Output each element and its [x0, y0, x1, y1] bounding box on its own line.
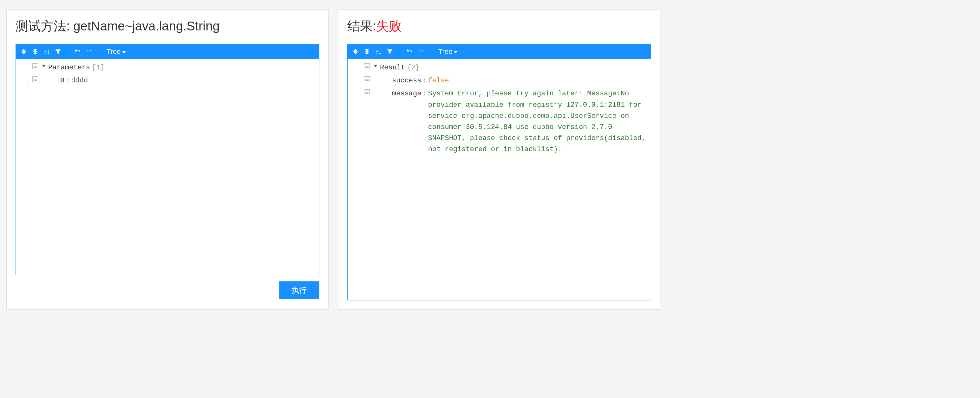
parameters-editor: Tree Parameters [1] ⋮⋮: [16, 44, 319, 275]
context-menu-icon[interactable]: [32, 63, 38, 69]
mode-label: Tree: [107, 48, 121, 56]
context-menu-icon[interactable]: [364, 76, 370, 82]
success-value: false: [428, 75, 449, 86]
mode-label: Tree: [438, 48, 452, 56]
tree-root-row[interactable]: Result {2}: [350, 61, 651, 74]
success-key: success: [392, 75, 421, 86]
context-menu-icon[interactable]: [32, 76, 38, 82]
empty-space: [670, 10, 974, 309]
chevron-down-icon: [454, 51, 457, 53]
context-menu-icon[interactable]: [364, 63, 370, 69]
undo-icon[interactable]: [72, 46, 83, 57]
root-count: [1]: [92, 62, 105, 73]
title-prefix: 测试方法:: [16, 19, 73, 33]
message-value: System Error, please try again later! Me…: [428, 88, 651, 155]
method-name: getName~java.lang.String: [73, 19, 220, 33]
execute-button[interactable]: 执行: [279, 281, 319, 299]
tree-item-row[interactable]: message : System Error, please try again…: [350, 87, 651, 156]
expand-all-icon[interactable]: [350, 46, 361, 57]
sort-icon[interactable]: [373, 46, 384, 57]
item-key[interactable]: 0: [60, 75, 64, 86]
sort-icon[interactable]: [41, 46, 52, 57]
mode-dropdown[interactable]: Tree: [103, 48, 129, 56]
item-value[interactable]: dddd: [71, 75, 88, 86]
result-title: 结果:失败: [347, 17, 651, 35]
filter-icon[interactable]: [52, 46, 64, 57]
collapse-toggle-icon[interactable]: [42, 65, 46, 67]
chevron-down-icon: [123, 51, 126, 53]
drag-handle-icon[interactable]: ⋮⋮: [26, 77, 30, 81]
test-method-title: 测试方法: getName~java.lang.String: [16, 17, 319, 35]
result-status: 失败: [376, 19, 401, 33]
context-menu-icon[interactable]: [364, 89, 370, 95]
root-label: Parameters: [48, 62, 90, 73]
root-label: Result: [380, 62, 405, 73]
json-tree[interactable]: Result {2} success : false m: [348, 59, 651, 300]
expand-all-icon[interactable]: [18, 46, 29, 57]
action-row: 执行: [16, 281, 319, 299]
tree-item-row[interactable]: ⋮⋮ 0 : dddd: [18, 74, 319, 87]
undo-icon[interactable]: [404, 46, 415, 57]
filter-icon[interactable]: [384, 46, 395, 57]
editor-toolbar: Tree: [348, 44, 651, 59]
tree-item-row[interactable]: success : false: [350, 74, 651, 87]
mode-dropdown[interactable]: Tree: [435, 48, 460, 56]
result-editor: Tree Result {2} success: [347, 44, 651, 300]
test-method-panel: 测试方法: getName~java.lang.String: [6, 10, 329, 309]
result-prefix: 结果:: [347, 19, 376, 33]
editor-toolbar: Tree: [16, 44, 319, 59]
root-count: {2}: [407, 62, 420, 73]
result-panel: 结果:失败 Tree: [338, 10, 660, 309]
collapse-all-icon[interactable]: [361, 46, 372, 57]
message-key: message: [392, 88, 421, 155]
tree-root-row[interactable]: Parameters [1]: [18, 61, 319, 74]
collapse-toggle-icon[interactable]: [374, 65, 377, 67]
redo-icon: [415, 46, 426, 57]
json-tree[interactable]: Parameters [1] ⋮⋮ 0 : dddd: [16, 59, 319, 275]
collapse-all-icon[interactable]: [30, 46, 41, 57]
redo-icon: [84, 46, 94, 57]
